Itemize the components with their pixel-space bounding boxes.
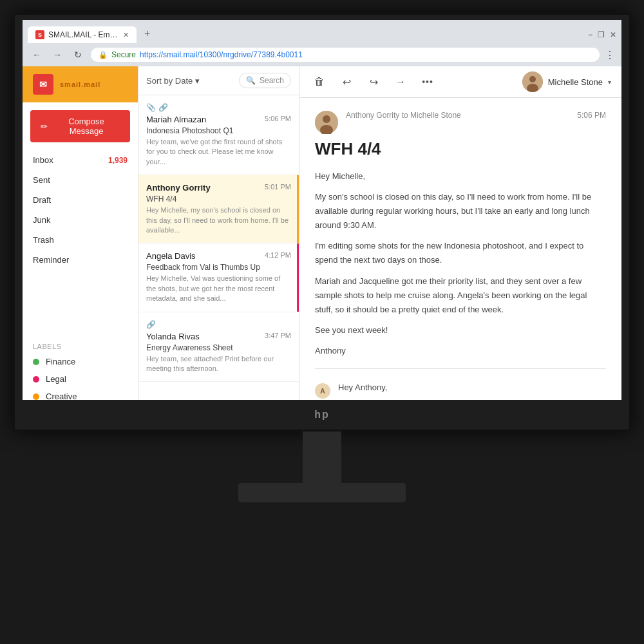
- trash-icon: 🗑: [314, 76, 325, 88]
- trash-button[interactable]: 🗑: [310, 72, 329, 91]
- labels-section-title: Labels: [23, 335, 138, 353]
- email-subject-1: Indonesia Photoshoot Q1: [146, 126, 291, 135]
- new-tab-button[interactable]: +: [139, 24, 155, 43]
- sidebar-item-sent[interactable]: Sent: [23, 170, 138, 190]
- body-line-4: Mariah and Jacqueline got me their prior…: [315, 274, 606, 317]
- body-line-3: I'm editing some shots for the new Indon…: [315, 239, 606, 267]
- label-creative[interactable]: Creative: [23, 388, 138, 400]
- tab-close-icon[interactable]: ✕: [123, 31, 129, 39]
- email-item-3[interactable]: Angela Davis 4:12 PM Feedback from Val i…: [138, 243, 299, 312]
- sidebar-item-draft[interactable]: Draft: [23, 190, 138, 210]
- link-icon-4: 🔗: [146, 320, 156, 329]
- email-list-header: Sort by Date ▾ 🔍 Search: [138, 66, 299, 95]
- attachment-icon: 📎: [146, 103, 156, 112]
- tab-title: SMAIL.MAIL - Email inb...: [48, 30, 119, 39]
- compose-icon: ✏: [41, 122, 48, 131]
- email-subject-4: Energy Awareness Sheet: [146, 343, 291, 352]
- email-time-2: 5:01 PM: [265, 183, 291, 191]
- sidebar: ✉ smail.mail ✏ Compose Message Inbox 1,9…: [23, 66, 138, 400]
- label-finance[interactable]: Finance: [23, 353, 138, 370]
- sidebar-item-inbox[interactable]: Inbox 1,939: [23, 150, 138, 170]
- url-text: https://smail.mail/10300/nrgdrive/77389.…: [140, 50, 303, 59]
- chrome-menu-button[interactable]: ⋮: [605, 49, 615, 61]
- email-sender-1: Mariah Almazan: [146, 115, 206, 124]
- logo-icon: ✉: [33, 74, 53, 95]
- close-button[interactable]: ✕: [610, 30, 616, 39]
- sidebar-item-junk[interactable]: Junk: [23, 210, 138, 230]
- finance-label: Finance: [46, 357, 75, 366]
- more-icon: •••: [422, 77, 433, 87]
- unread-indicator-3: [297, 243, 299, 311]
- reminder-label: Reminder: [33, 255, 69, 265]
- monitor-stand-base: [238, 483, 406, 502]
- user-name: Michelle Stone: [548, 77, 603, 87]
- sidebar-logo: ✉ smail.mail: [23, 66, 138, 102]
- back-button[interactable]: ←: [29, 47, 44, 62]
- logo-text: smail.mail: [60, 80, 100, 88]
- window-controls: − ❐ ✕: [588, 30, 616, 43]
- toolbar: 🗑 ↩ ↪ → •••: [299, 66, 621, 98]
- body-line-2: My son's school is closed on this day, s…: [315, 190, 606, 232]
- junk-label: Junk: [33, 215, 50, 225]
- sidebar-nav: Inbox 1,939 Sent Draft Junk: [23, 147, 138, 335]
- sent-label: Sent: [33, 175, 50, 185]
- reload-button[interactable]: ↻: [70, 47, 86, 62]
- monitor-stand-neck: [303, 431, 341, 483]
- email-view: Anthony Gorrity to Michelle Stone 5:06 P…: [299, 98, 621, 400]
- unread-indicator-2: [297, 175, 299, 243]
- email-preview-1: Hey team, we've got the first round of s…: [146, 137, 291, 167]
- address-bar[interactable]: 🔒 Secure https://smail.mail/10300/nrgdri…: [91, 48, 600, 62]
- forward-icon: →: [395, 76, 406, 88]
- thread-divider: [315, 368, 606, 369]
- email-item-1[interactable]: 📎 🔗 Mariah Almazan 5:06 PM Indonesia Pho…: [138, 95, 299, 175]
- email-subject-3: Feedback from Val is Thumbs Up: [146, 263, 291, 272]
- user-dropdown-icon: ▾: [608, 79, 611, 86]
- email-subject-2: WFH 4/4: [146, 194, 291, 204]
- email-reply-body: Hey Anthony, Family first! Make sure you…: [338, 381, 606, 400]
- email-preview-4: Hey team, see attached! Print before our…: [146, 354, 291, 374]
- label-legal[interactable]: Legal: [23, 370, 138, 388]
- redo-button[interactable]: ↪: [364, 72, 383, 91]
- email-body: Hey Michelle, My son's school is closed …: [315, 169, 606, 358]
- email-meta: Anthony Gorrity to Michelle Stone: [346, 111, 569, 120]
- compose-label: Compose Message: [53, 117, 120, 136]
- email-time-1: 5:06 PM: [265, 115, 291, 122]
- search-placeholder: Search: [260, 76, 284, 85]
- search-icon: 🔍: [246, 76, 256, 85]
- more-options-button[interactable]: •••: [418, 72, 437, 91]
- forward-button[interactable]: →: [391, 72, 410, 91]
- reply-greeting: Hey Anthony,: [338, 381, 606, 395]
- email-sender-3: Angela Davis: [146, 251, 196, 261]
- browser-tab[interactable]: S SMAIL.MAIL - Email inb... ✕: [28, 26, 137, 43]
- email-view-time: 5:06 PM: [577, 111, 606, 120]
- secure-icon: 🔒: [99, 51, 108, 59]
- undo-icon: ↩: [343, 76, 351, 88]
- body-line-6: Anthony: [315, 344, 606, 358]
- maximize-button[interactable]: ❐: [598, 30, 605, 39]
- hp-logo: hp: [314, 409, 330, 421]
- sidebar-item-reminder[interactable]: Reminder: [23, 250, 138, 270]
- minimize-button[interactable]: −: [588, 30, 592, 39]
- inbox-label: Inbox: [33, 155, 53, 165]
- body-line-1: Hey Michelle,: [315, 169, 606, 184]
- email-item-2[interactable]: Anthony Gorrity 5:01 PM WFH 4/4 Hey Mich…: [138, 175, 299, 243]
- compose-button[interactable]: ✏ Compose Message: [30, 110, 130, 142]
- email-time-3: 4:12 PM: [265, 251, 291, 259]
- email-list: Sort by Date ▾ 🔍 Search 📎 🔗: [138, 66, 299, 400]
- email-icons-1: 📎 🔗: [146, 103, 291, 112]
- sidebar-item-trash[interactable]: Trash: [23, 230, 138, 250]
- email-preview-3: Hey Michelle, Val was questioning some o…: [146, 274, 291, 303]
- finance-dot: [33, 359, 39, 365]
- reply-sender-initial: A: [315, 383, 330, 399]
- user-profile[interactable]: Michelle Stone ▾: [522, 71, 611, 92]
- undo-button[interactable]: ↩: [337, 72, 356, 91]
- creative-dot: [33, 393, 39, 400]
- sort-button[interactable]: Sort by Date ▾: [146, 76, 200, 86]
- forward-button[interactable]: →: [50, 47, 65, 62]
- sender-avatar: [315, 111, 338, 134]
- email-icons-4: 🔗: [146, 320, 291, 329]
- search-bar[interactable]: 🔍 Search: [239, 73, 291, 88]
- email-item-4[interactable]: 🔗 Yolanda Rivas 3:47 PM Energy Awareness…: [138, 312, 299, 383]
- draft-label: Draft: [33, 195, 51, 205]
- legal-dot: [33, 376, 39, 383]
